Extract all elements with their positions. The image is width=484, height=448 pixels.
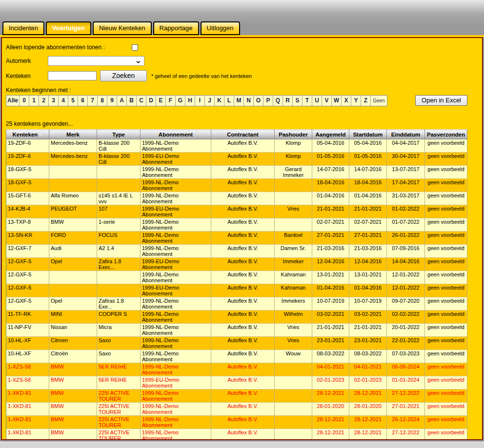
letter-filter-h[interactable]: H: [185, 96, 195, 106]
letter-filter-q[interactable]: Q: [273, 96, 283, 106]
letter-filter-z[interactable]: Z: [361, 96, 371, 106]
table-row: 19-ZDF-6Mercedes-benzB-klasse 200 Cdi199…: [6, 139, 467, 153]
cell-pasverzonden: geen voorbeeld: [425, 258, 467, 271]
column-header-aangemeld[interactable]: Aangemeld: [312, 130, 349, 139]
column-header-kenteken[interactable]: Kenteken ▲: [6, 130, 49, 139]
cell-kenteken: 13-SN-KR: [6, 232, 49, 245]
column-header-merk[interactable]: Merk: [49, 130, 97, 139]
column-header-type[interactable]: Type: [97, 130, 141, 139]
letter-filter-1[interactable]: 1: [29, 96, 39, 106]
cell-contractant: Autoflex B.V.: [211, 232, 275, 245]
tab-incidenten[interactable]: Incidenten: [2, 21, 44, 35]
letter-filter-w[interactable]: W: [332, 96, 342, 106]
letter-filter-f[interactable]: F: [166, 96, 176, 106]
letter-filter-d[interactable]: D: [146, 96, 156, 106]
only-running-checkbox[interactable]: [132, 44, 138, 51]
cell-abonnement: 1999-EU-Demo Abonnement: [141, 284, 211, 297]
open-in-excel-button[interactable]: Open in Excel: [415, 95, 467, 106]
cell-type: Saxo: [97, 350, 141, 363]
letter-filter-p[interactable]: P: [263, 96, 273, 106]
cell-type: Micra: [97, 324, 141, 337]
letter-filter-b[interactable]: B: [127, 96, 137, 106]
letter-filter-y[interactable]: Y: [351, 96, 361, 106]
cell-contractant: Autoflex B.V.: [211, 271, 275, 284]
cell-kenteken: 1-XKD-81: [6, 416, 49, 429]
kenteken-row: Kenteken Zoeken * geheel of een gedeelte…: [6, 70, 479, 81]
column-header-pasverzonden[interactable]: Pasverzonden: [425, 130, 467, 139]
cell-startdatum: 04-01-2021: [349, 363, 387, 376]
cell-contractant: Autoflex B.V.: [211, 403, 275, 416]
letter-filter-3[interactable]: 3: [49, 96, 59, 106]
table-row: 11-TF-RKMINICOOPER S1999-NL-Demo Abonnem…: [6, 311, 467, 324]
tab-voertuigen[interactable]: Voertuigen: [46, 21, 91, 35]
letter-filter-j[interactable]: J: [205, 96, 215, 106]
cell-contractant: Autoflex B.V.: [211, 390, 275, 403]
tab-uitloggen[interactable]: Uitloggen: [201, 21, 240, 35]
cell-abonnement: 1999-NL-Demo Abonnement: [141, 337, 211, 350]
kenteken-input[interactable]: [48, 71, 97, 80]
table-row: 12-GXF-51999-EU-Demo AbonnementAutoflex …: [6, 284, 467, 297]
column-header-pashouder[interactable]: Pashouder: [275, 130, 312, 139]
table-row: 11-NP-FVNissanMicra1999-NL-Demo Abonneme…: [6, 324, 467, 337]
cell-aangemeld: 14-07-2016: [312, 166, 349, 179]
letter-filter-alle[interactable]: Alle: [6, 96, 20, 106]
letter-filter-geen[interactable]: Geen: [371, 96, 387, 106]
cell-startdatum: 10-07-2019: [349, 297, 387, 311]
letter-filter-g[interactable]: G: [176, 96, 185, 106]
letter-filter-i[interactable]: I: [195, 96, 205, 106]
letter-filter-s[interactable]: S: [293, 96, 302, 106]
automerk-select[interactable]: ⌄: [48, 56, 144, 66]
letter-filter-r[interactable]: R: [283, 96, 293, 106]
cell-merk: Mercedes-benz: [49, 153, 97, 166]
results-table: Kenteken ▲MerkTypeAbonnementContractantP…: [6, 129, 467, 440]
tab-rapportage[interactable]: Rapportage: [153, 21, 199, 35]
column-header-startdatum[interactable]: Startdatum: [349, 130, 387, 139]
letter-filter-7[interactable]: 7: [88, 96, 98, 106]
letter-filter-t[interactable]: T: [302, 96, 312, 106]
letter-filter-k[interactable]: K: [215, 96, 224, 106]
letter-filter-2[interactable]: 2: [39, 96, 49, 106]
letter-filter-0[interactable]: 0: [20, 96, 29, 106]
letter-filter-4[interactable]: 4: [59, 96, 68, 106]
table-row: 13-TXP-8BMW1-serie1999-NL-Demo Abonnemen…: [6, 218, 467, 232]
letter-filter-v[interactable]: V: [322, 96, 332, 106]
letter-filter-n[interactable]: N: [244, 96, 254, 106]
table-row: 12-GXF-7AudiA2 1.41999-NL-Demo Abonnemen…: [6, 245, 467, 258]
letter-filter-o[interactable]: O: [254, 96, 263, 106]
column-header-contractant[interactable]: Contractant: [211, 130, 275, 139]
cell-pashouder: Vries: [275, 324, 312, 337]
letter-filter-9[interactable]: 9: [107, 96, 117, 106]
letter-filter-e[interactable]: E: [156, 96, 166, 106]
results-table-body: 19-ZDF-6Mercedes-benzB-klasse 200 Cdi199…: [6, 139, 467, 441]
letter-filter-8[interactable]: 8: [98, 96, 107, 106]
letter-filter-6[interactable]: 6: [78, 96, 88, 106]
cell-pasverzonden: geen voorbeeld: [425, 232, 467, 245]
cell-kenteken: 1-XZS-58: [6, 363, 49, 376]
cell-aangemeld: 28-01-2020: [312, 403, 349, 416]
tab-nieuw-kenteken[interactable]: Nieuw Kenteken: [93, 21, 152, 35]
cell-aangemeld: 23-01-2021: [312, 337, 349, 350]
chevron-down-icon: ⌄: [135, 58, 141, 63]
letter-filter-u[interactable]: U: [312, 96, 322, 106]
zoeken-button[interactable]: Zoeken: [100, 70, 147, 81]
cell-aangemeld: 28-12-2021: [312, 416, 349, 429]
kenteken-label: Kenteken: [6, 73, 48, 79]
cell-type: A2 1.4: [97, 245, 141, 258]
letter-filter-x[interactable]: X: [342, 96, 351, 106]
column-header-einddatum[interactable]: Einddatum: [387, 130, 425, 139]
column-header-abonnement[interactable]: Abonnement: [141, 130, 211, 139]
horizontal-scrollbar-track[interactable]: [0, 442, 484, 448]
letter-filter-c[interactable]: C: [137, 96, 146, 106]
cell-aangemeld: 03-02-2021: [312, 311, 349, 324]
letter-filter-5[interactable]: 5: [68, 96, 78, 106]
letter-filter-m[interactable]: M: [234, 96, 244, 106]
table-row: 1-XKD-81BMW225I ACTIVE TOURER1999-NL-Dem…: [6, 416, 467, 429]
letter-filter-a[interactable]: A: [117, 96, 127, 106]
cell-pashouder: Immekers: [275, 297, 312, 311]
letter-filter-l[interactable]: L: [224, 96, 234, 106]
cell-pasverzonden: geen voorbeeld: [425, 350, 467, 363]
cell-abonnement: 1999-NL-Demo Abonnement: [141, 297, 211, 311]
cell-kenteken: 14-KJB-4: [6, 205, 49, 218]
cell-pashouder: Bardoel: [275, 232, 312, 245]
cell-einddatum: 13-07-2017: [387, 166, 425, 179]
